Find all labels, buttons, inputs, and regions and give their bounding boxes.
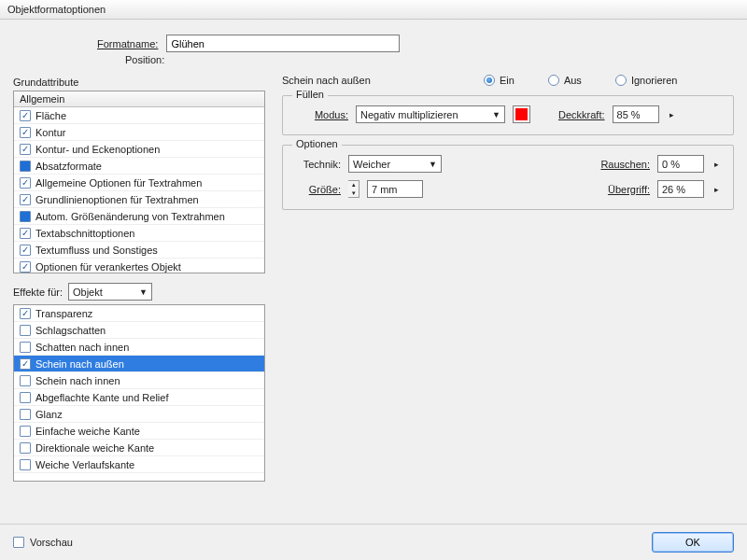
checkbox-icon[interactable] [20,459,31,470]
list-item-label: Schatten nach innen [35,342,129,353]
list-item[interactable]: Schein nach innen [14,372,264,389]
checkbox-icon[interactable] [20,127,31,138]
deckkraft-label: Deckkraft: [558,109,605,120]
list-item[interactable]: Weiche Verlaufskante [14,456,264,473]
technik-label: Technik: [294,159,341,170]
list-item[interactable]: Grundlinienoptionen für Textrahmen [14,191,264,208]
vorschau-label: Vorschau [30,537,73,548]
list-item[interactable]: Autom. Größenänderung von Textrahmen [14,208,264,225]
list-item[interactable]: Schatten nach innen [14,339,264,356]
list-item-label: Einfache weiche Kante [35,426,140,437]
list-item-label: Textumfluss und Sonstiges [35,245,158,256]
radio-ein[interactable]: Ein [484,75,514,86]
radio-ignorieren[interactable]: Ignorieren [615,75,678,86]
list-item[interactable]: Abgeflachte Kante und Relief [14,389,264,406]
optionen-legend: Optionen [292,138,342,149]
list-item-label: Abgeflachte Kante und Relief [35,392,169,403]
list-item[interactable]: Schlagschatten [14,322,264,339]
radio-aus-label: Aus [564,75,582,86]
technik-dropdown[interactable]: Weicher ▼ [348,155,442,173]
checkbox-icon[interactable] [20,110,31,121]
rauschen-input[interactable]: 0 % [657,155,704,173]
uebergriff-label: Übergriff: [608,184,650,195]
checkbox-icon[interactable] [20,245,31,256]
checkbox-icon[interactable] [20,211,31,222]
checkbox-icon[interactable] [20,442,31,454]
list-item[interactable]: Allgemeine Optionen für Textrahmen [14,175,264,191]
chevron-down-icon: ▼ [429,160,437,169]
list-item[interactable]: Direktionale weiche Kante [14,440,264,456]
uebergriff-input[interactable]: 26 % [657,180,704,198]
modus-dropdown[interactable]: Negativ multiplizieren ▼ [356,105,505,123]
checkbox-icon[interactable] [20,426,31,437]
list-item[interactable]: Einfache weiche Kante [14,423,264,440]
effects-for-label: Effekte für: [13,287,63,298]
list-item[interactable]: Glanz [14,406,264,423]
checkbox-icon[interactable] [20,261,31,273]
stepper-icon[interactable]: ▸ [667,110,677,119]
checkbox-icon[interactable] [20,375,31,386]
checkbox-icon[interactable] [20,161,31,172]
radio-ign-label: Ignorieren [631,75,678,86]
effects-list[interactable]: TransparenzSchlagschattenSchatten nach i… [13,304,265,482]
checkbox-icon[interactable] [20,392,31,403]
formatname-label: Formatname: [97,38,158,49]
radio-aus[interactable]: Aus [548,75,582,86]
stepper-icon[interactable]: ▸ [712,185,722,194]
list-item-label: Grundlinienoptionen für Textrahmen [35,194,199,205]
list-item-label: Schein nach außen [35,358,124,370]
checkbox-icon[interactable] [20,325,31,336]
position-label: Position: [125,54,734,65]
list-item-label: Schein nach innen [35,375,120,386]
size-spinner[interactable]: ▴▾ [348,180,359,198]
grundattribute-header: Allgemein [14,91,264,107]
list-item-label: Allgemeine Optionen für Textrahmen [35,177,202,189]
checkbox-icon[interactable] [20,194,31,205]
list-item-label: Textabschnittoptionen [35,228,134,239]
radio-ein-label: Ein [500,75,514,86]
modus-label: Modus: [294,109,348,120]
grundattribute-list[interactable]: Allgemein FlächeKonturKontur- und Eckeno… [13,91,265,273]
formatname-input[interactable] [166,35,400,52]
list-item[interactable]: Textabschnittoptionen [14,225,264,242]
list-item[interactable]: Kontur [14,124,264,141]
list-item[interactable]: Textumfluss und Sonstiges [14,242,264,259]
radio-icon [615,75,627,86]
checkbox-icon[interactable] [20,228,31,239]
list-item[interactable]: Fläche [14,107,264,124]
list-item[interactable]: Kontur- und Eckenoptionen [14,141,264,158]
color-swatch[interactable] [513,105,530,123]
window-title: Objektformatoptionen [0,0,747,20]
list-item[interactable]: Optionen für verankertes Objekt [14,259,264,273]
deckkraft-input[interactable]: 85 % [613,105,659,123]
list-item-label: Optionen für verankertes Objekt [35,261,181,273]
grundattribute-title: Grundattribute [13,77,265,88]
list-item[interactable]: Schein nach außen [14,356,264,372]
list-item-label: Autom. Größenänderung von Textrahmen [35,211,225,222]
checkbox-icon[interactable] [20,144,31,155]
list-item-label: Kontur [35,127,65,138]
list-item-label: Kontur- und Eckenoptionen [35,144,160,155]
vorschau-checkbox[interactable]: Vorschau [13,537,73,548]
groesse-label: Größe: [294,184,341,195]
fuellen-group: Füllen Modus: Negativ multiplizieren ▼ D… [282,95,734,135]
list-item-label: Transparenz [35,308,92,319]
list-item-label: Fläche [35,110,66,121]
checkbox-icon[interactable] [20,177,31,189]
list-item[interactable]: Absatzformate [14,158,264,175]
effects-target-value: Objekt [73,287,103,298]
rauschen-label: Rauschen: [600,159,650,170]
checkbox-icon[interactable] [20,342,31,353]
effects-target-dropdown[interactable]: Objekt ▼ [68,283,152,301]
chevron-down-icon: ▼ [492,110,500,119]
list-item[interactable]: Transparenz [14,305,264,322]
chevron-down-icon: ▼ [139,287,148,297]
checkbox-icon[interactable] [20,358,31,370]
checkbox-icon[interactable] [20,308,31,319]
ok-button[interactable]: OK [652,532,734,553]
list-item-label: Absatzformate [35,161,102,172]
stepper-icon[interactable]: ▸ [712,160,722,169]
technik-value: Weicher [353,159,390,170]
checkbox-icon[interactable] [20,409,31,420]
groesse-input[interactable]: 7 mm [367,180,423,198]
